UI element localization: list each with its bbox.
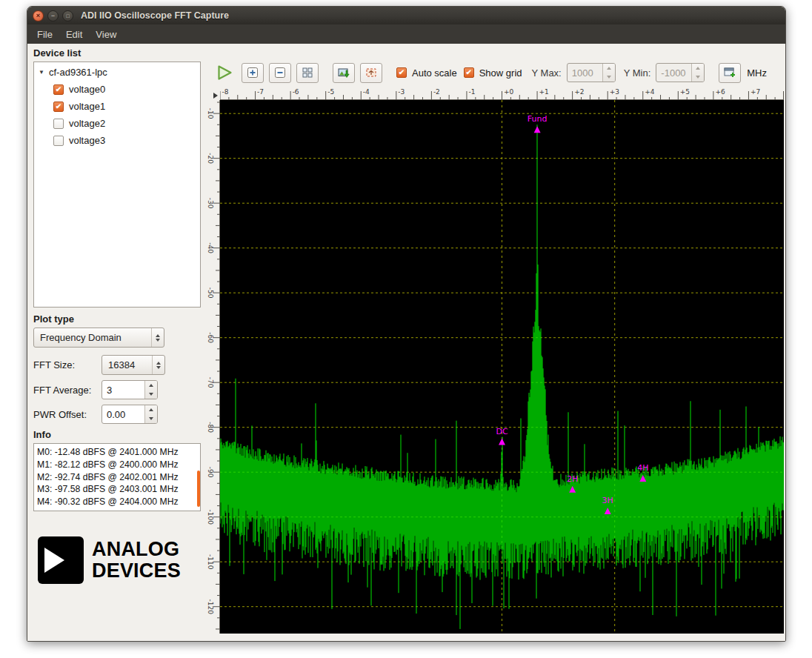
- spinner-buttons: [602, 64, 615, 82]
- auto-scale-checkbox[interactable]: ✔: [396, 67, 407, 78]
- device-list-heading: Device list: [33, 47, 201, 59]
- spinner-buttons[interactable]: [144, 405, 157, 423]
- fft-average-value[interactable]: 3: [102, 381, 144, 399]
- scrollbar-thumb[interactable]: [197, 471, 200, 507]
- marker-info-line: M3: -97.58 dBFS @ 2403.001 MHz: [37, 483, 200, 496]
- spinner-buttons[interactable]: [144, 381, 157, 399]
- svg-text:-60: -60: [207, 332, 214, 343]
- minimize-button[interactable]: −: [47, 10, 59, 21]
- svg-text:-3: -3: [398, 88, 405, 96]
- voltage1-checkbox[interactable]: ✔: [53, 102, 64, 112]
- voltage3-checkbox[interactable]: ✔: [53, 136, 64, 146]
- plot-area: -8-7-6-5-4-3-2-1+0+1+2+3+4+5+6+7+8 -10-2…: [207, 87, 785, 634]
- check-icon: ✔: [399, 69, 405, 76]
- marker-info-line: M2: -92.74 dBFS @ 2402.001 MHz: [37, 471, 200, 484]
- analog-devices-logo: ANALOG DEVICES: [33, 536, 201, 584]
- fft-size-label: FFT Size:: [33, 359, 102, 370]
- channel-row-voltage0[interactable]: ✔ voltage0: [34, 81, 200, 98]
- plot-type-select[interactable]: Frequency Domain: [33, 328, 164, 348]
- combo-arrows-icon: [152, 356, 164, 374]
- expander-icon[interactable]: ▼: [39, 69, 49, 76]
- voltage2-checkbox[interactable]: ✔: [53, 119, 64, 129]
- svg-text:-100: -100: [207, 509, 214, 525]
- svg-text:-6: -6: [293, 88, 299, 96]
- x-axis-ruler: -8-7-6-5-4-3-2-1+0+1+2+3+4+5+6+7+8: [220, 87, 784, 100]
- fft-size-select[interactable]: 16384: [102, 355, 165, 375]
- channel-label: voltage3: [69, 135, 105, 146]
- ruler-corner: [207, 87, 220, 100]
- auto-scale-toggle[interactable]: ✔ Auto scale: [396, 67, 459, 79]
- y-max-value: 1000: [568, 64, 602, 82]
- snapshot-icon: [338, 67, 350, 79]
- show-grid-toggle[interactable]: ✔ Show grid: [464, 67, 524, 79]
- device-tree[interactable]: ▼ cf-ad9361-lpc ✔ voltage0 ✔ voltage1 ✔ …: [33, 62, 201, 308]
- svg-text:-10: -10: [207, 108, 214, 119]
- zoom-out-icon: [274, 67, 286, 79]
- y-min-label: Y Min:: [624, 67, 651, 79]
- auto-scale-label: Auto scale: [412, 67, 457, 79]
- frequency-unit-label: MHz: [747, 67, 777, 79]
- svg-text:+6: +6: [715, 88, 725, 96]
- plot-type-value: Frequency Domain: [40, 332, 122, 343]
- titlebar[interactable]: × − □ ADI IIO Oscilloscope FFT Capture: [27, 7, 785, 24]
- channel-row-voltage1[interactable]: ✔ voltage1: [34, 98, 200, 115]
- y-max-label: Y Max:: [532, 67, 562, 79]
- desktop: × − □ ADI IIO Oscilloscope FFT Capture F…: [0, 0, 812, 658]
- info-heading: Info: [33, 429, 201, 440]
- marker-info-line: M4: -90.32 dBFS @ 2404.000 MHz: [37, 496, 200, 508]
- zoom-in-button[interactable]: [242, 63, 264, 83]
- svg-text:+5: +5: [680, 88, 690, 96]
- marker-label-M4: 4H: [637, 463, 648, 473]
- svg-text:-40: -40: [207, 242, 214, 253]
- device-row[interactable]: ▼ cf-ad9361-lpc: [34, 64, 200, 81]
- pwr-offset-input[interactable]: 0.00: [102, 405, 158, 424]
- svg-text:-90: -90: [207, 467, 214, 478]
- spinner-buttons: [691, 64, 704, 82]
- fft-plot[interactable]: FundDC2H3H4H: [220, 100, 784, 634]
- show-grid-checkbox[interactable]: ✔: [464, 67, 474, 78]
- logo-line1: ANALOG: [92, 539, 181, 560]
- pwr-offset-value[interactable]: 0.00: [102, 405, 144, 423]
- fft-size-value: 16384: [108, 359, 135, 370]
- channel-row-voltage2[interactable]: ✔ voltage2: [34, 115, 200, 132]
- fft-average-input[interactable]: 3: [102, 380, 158, 399]
- y-axis-ruler: -10-20-30-40-50-60-70-80-90-100-110-120: [207, 100, 220, 634]
- svg-text:-1: -1: [468, 88, 475, 96]
- y-min-value: -1000: [656, 64, 691, 82]
- check-icon: ✔: [466, 69, 472, 76]
- show-grid-label: Show grid: [479, 67, 522, 79]
- voltage0-checkbox[interactable]: ✔: [53, 84, 64, 95]
- maximize-button[interactable]: □: [62, 10, 73, 21]
- new-plot-icon: [724, 67, 736, 79]
- play-icon: [216, 64, 233, 82]
- device-name: cf-ad9361-lpc: [49, 67, 107, 78]
- zoom-out-button[interactable]: [269, 63, 291, 83]
- plot-panel: ✔ Auto scale ✔ Show grid Y Max: 1000 Y M…: [207, 44, 785, 641]
- window-title: ADI IIO Oscilloscope FFT Capture: [81, 10, 229, 21]
- fullscreen-button[interactable]: [360, 63, 382, 83]
- zoom-fit-icon: [302, 67, 313, 79]
- marker-label-M1: DC: [496, 427, 508, 436]
- channel-row-voltage3[interactable]: ✔ voltage3: [34, 132, 200, 149]
- marker-label-M0: Fund: [528, 114, 548, 124]
- svg-text:+4: +4: [645, 88, 655, 96]
- app-window: × − □ ADI IIO Oscilloscope FFT Capture F…: [27, 6, 786, 642]
- new-plot-button[interactable]: [719, 63, 741, 83]
- marker-M0: [534, 126, 541, 133]
- menu-file[interactable]: File: [30, 26, 59, 43]
- close-button[interactable]: ×: [33, 10, 44, 21]
- adi-logo-icon: [38, 536, 84, 584]
- menu-view[interactable]: View: [89, 26, 123, 43]
- marker-info-list[interactable]: M0: -12.48 dBFS @ 2401.000 MHz M1: -82.1…: [33, 443, 201, 511]
- marker-label-M2: 2H: [567, 474, 578, 484]
- logo-line2: DEVICES: [92, 560, 181, 582]
- menubar: File Edit View: [27, 24, 785, 44]
- svg-text:-20: -20: [207, 153, 214, 164]
- zoom-fit-button[interactable]: [296, 63, 319, 83]
- sidebar: Device list ▼ cf-ad9361-lpc ✔ voltage0 ✔…: [27, 44, 207, 641]
- channel-label: voltage0: [69, 84, 105, 95]
- snapshot-button[interactable]: [333, 63, 355, 83]
- ruler-origin-marker: [213, 93, 218, 99]
- menu-edit[interactable]: Edit: [59, 26, 89, 43]
- capture-play-button[interactable]: [214, 63, 235, 82]
